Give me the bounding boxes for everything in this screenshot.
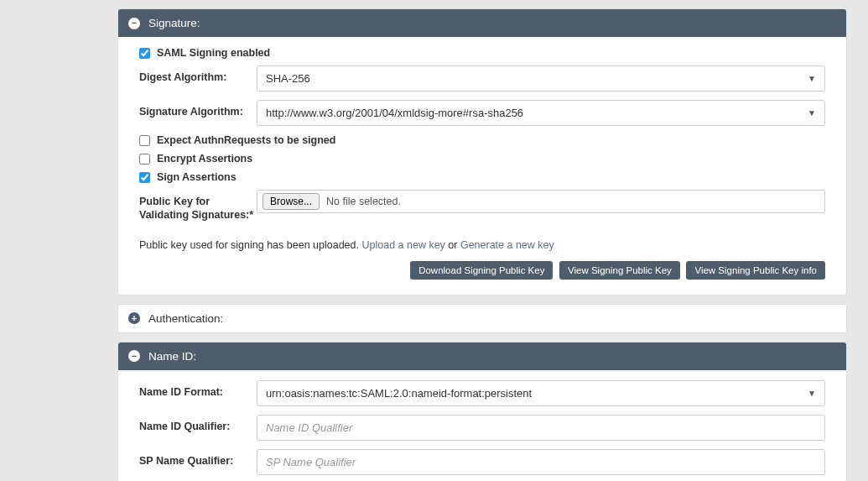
expect-authn-checkbox[interactable] [139,135,150,146]
expect-authn-label: Expect AuthnRequests to be signed [157,134,335,146]
nameid-format-label: Name ID Format: [139,380,257,399]
view-signing-key-info-button[interactable]: View Signing Public Key info [686,261,825,280]
view-signing-key-button[interactable]: View Signing Public Key [559,261,680,280]
file-status-text: No file selected. [326,196,401,207]
digest-algorithm-value: SHA-256 [266,72,310,85]
saml-signing-enabled-checkbox[interactable] [139,48,150,59]
encrypt-assertions-checkbox[interactable] [139,154,150,165]
sign-assertions-checkbox[interactable] [139,172,150,183]
plus-icon: + [128,312,140,324]
nameid-body: Name ID Format: urn:oasis:names:tc:SAML:… [118,370,846,482]
nameid-format-value: urn:oasis:names:tc:SAML:2.0:nameid-forma… [266,387,532,400]
signature-algorithm-label: Signature Algorithm: [139,100,257,118]
nameid-qualifier-input[interactable] [257,415,825,441]
encrypt-assertions-label: Encrypt Assertions [157,153,252,165]
sign-assertions-label: Sign Assertions [157,171,236,183]
signing-key-buttons: Download Signing Public Key View Signing… [139,261,825,280]
signature-title: Signature: [148,17,200,29]
nameid-title: Name ID: [148,350,196,363]
chevron-down-icon: ▼ [808,389,816,398]
signature-panel: − Signature: SAML Signing enabled Digest… [117,8,847,295]
signature-body: SAML Signing enabled Digest Algorithm: S… [118,37,846,295]
generate-new-key-link[interactable]: Generate a new key [460,239,554,251]
upload-info-text: Public key used for signing has been upl… [139,239,825,251]
minus-icon: − [128,350,140,362]
sp-name-qualifier-input[interactable] [257,449,825,475]
chevron-down-icon: ▼ [808,74,816,83]
digest-algorithm-label: Digest Algorithm: [139,65,257,84]
public-key-file-input: Browse... No file selected. [257,190,825,213]
authentication-title: Authentication: [148,312,223,325]
nameid-header[interactable]: − Name ID: [118,342,846,370]
authentication-panel: + Authentication: [117,304,847,333]
digest-algorithm-select[interactable]: SHA-256 ▼ [257,65,825,91]
upload-new-key-link[interactable]: Upload a new key [361,239,444,251]
authentication-header[interactable]: + Authentication: [118,305,846,332]
nameid-panel: − Name ID: Name ID Format: urn:oasis:nam… [117,342,847,482]
nameid-qualifier-label: Name ID Qualifier: [139,415,257,433]
public-key-label: Public Key for Validating Signatures:* [139,190,257,222]
signature-header[interactable]: − Signature: [118,9,846,37]
sp-name-qualifier-label: SP Name Qualifier: [139,449,257,468]
saml-signing-enabled-label: SAML Signing enabled [157,47,270,59]
browse-button[interactable]: Browse... [262,193,320,210]
minus-icon: − [128,18,140,29]
signature-algorithm-value: http://www.w3.org/2001/04/xmldsig-more#r… [266,107,523,119]
download-signing-key-button[interactable]: Download Signing Public Key [410,261,553,280]
nameid-format-select[interactable]: urn:oasis:names:tc:SAML:2.0:nameid-forma… [257,380,825,406]
signature-algorithm-select[interactable]: http://www.w3.org/2001/04/xmldsig-more#r… [257,100,825,126]
chevron-down-icon: ▼ [808,108,816,118]
